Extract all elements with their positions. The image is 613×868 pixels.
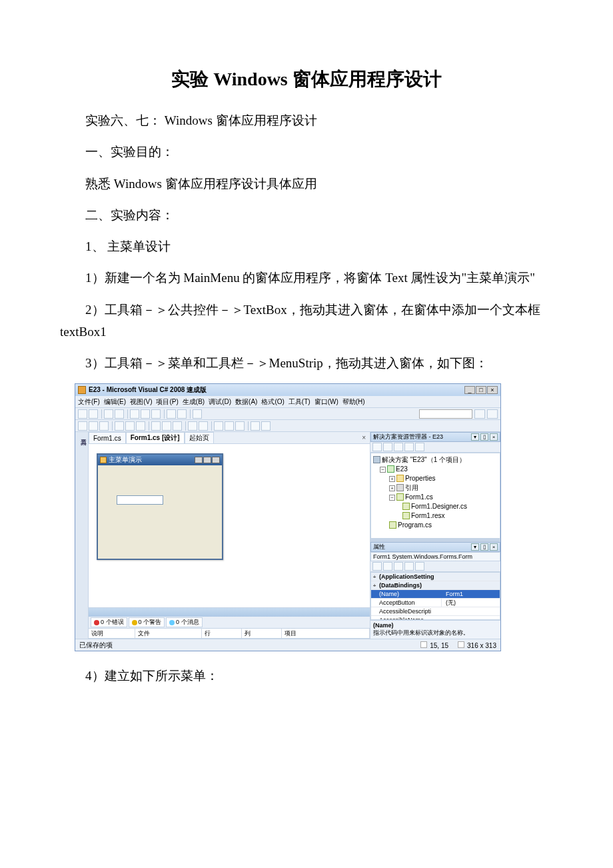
- tree-program-node[interactable]: Program.cs: [373, 521, 498, 530]
- form-client-area[interactable]: [98, 465, 222, 559]
- col-column[interactable]: 列: [242, 629, 282, 638]
- tree-form-resx-node[interactable]: Form1.resx: [373, 511, 498, 521]
- minimize-button[interactable]: _: [464, 386, 475, 394]
- layout-same-size-icon[interactable]: [173, 421, 182, 431]
- panel-close-icon[interactable]: ×: [490, 433, 498, 441]
- toolbar-run-icon[interactable]: [193, 409, 202, 419]
- messages-tab[interactable]: 0 个消息: [166, 617, 203, 627]
- prop-row-name[interactable]: (Name)Form1: [371, 590, 500, 599]
- solution-explorer-title: 解决方案资源管理器 - E23: [373, 433, 443, 441]
- props-alpha-icon[interactable]: [383, 562, 392, 571]
- layout-lock-icon[interactable]: [261, 421, 271, 431]
- maximize-button[interactable]: □: [476, 386, 486, 394]
- menu-build[interactable]: 生成(B): [183, 397, 205, 407]
- paragraph-8: 3）工具箱－＞菜单和工具栏－＞MenuStrip，拖动其进入窗体，如下图：: [60, 352, 553, 374]
- layout-bringfront-icon[interactable]: [225, 421, 234, 431]
- col-file[interactable]: 文件: [135, 629, 202, 638]
- tab-form-code[interactable]: Form1.cs: [89, 432, 126, 443]
- tab-close-icon[interactable]: ×: [358, 434, 370, 441]
- tree-solution-node[interactable]: 解决方案 "E23"（1 个项目）: [373, 455, 498, 465]
- sln-viewcode-icon[interactable]: [404, 443, 414, 451]
- toolbar-cut-icon[interactable]: [130, 409, 139, 419]
- tree-project-node[interactable]: −E23: [373, 465, 498, 474]
- collapse-icon[interactable]: −: [389, 495, 395, 501]
- expand-icon[interactable]: +: [389, 476, 395, 482]
- layout-align-center-icon[interactable]: [89, 421, 98, 431]
- warnings-tab[interactable]: 0 个警告: [129, 617, 165, 627]
- col-description[interactable]: 说明: [89, 629, 135, 638]
- col-project[interactable]: 项目: [282, 629, 370, 638]
- tab-form-design[interactable]: Form1.cs [设计]: [126, 432, 185, 443]
- statusbar-position: 15, 15: [420, 641, 448, 649]
- layout-same-width-icon[interactable]: [151, 421, 161, 431]
- menu-edit[interactable]: 编辑(E): [104, 397, 126, 407]
- layout-centerform-icon[interactable]: [214, 421, 223, 431]
- layout-taborder-icon[interactable]: [251, 421, 260, 431]
- menu-data[interactable]: 数据(A): [235, 397, 257, 407]
- expand-icon[interactable]: +: [389, 485, 395, 491]
- menu-tools[interactable]: 工具(T): [289, 397, 310, 407]
- panel-dropdown-icon[interactable]: ▾: [471, 543, 479, 551]
- textbox1-control[interactable]: [117, 495, 163, 505]
- sln-showall-icon[interactable]: [383, 443, 392, 451]
- properties-object-combo[interactable]: Form1 System.Windows.Forms.Form: [370, 552, 500, 561]
- panel-pin-icon[interactable]: ▯: [480, 433, 488, 441]
- sln-properties-icon[interactable]: [372, 443, 382, 451]
- menu-debug[interactable]: 调试(D): [209, 397, 231, 407]
- toolbar-more-icon[interactable]: [487, 409, 498, 419]
- col-line[interactable]: 行: [202, 629, 242, 638]
- props-props-icon[interactable]: [394, 562, 403, 571]
- layout-spc-v-icon[interactable]: [199, 421, 208, 431]
- layout-sendback-icon[interactable]: [235, 421, 245, 431]
- tree-form-designer-node[interactable]: Form1.Designer.cs: [373, 502, 498, 511]
- panel-close-icon[interactable]: ×: [490, 543, 498, 551]
- toolbar-redo-icon[interactable]: [177, 409, 187, 419]
- props-pages-icon[interactable]: [415, 562, 424, 571]
- layout-same-height-icon[interactable]: [162, 421, 171, 431]
- properties-grid[interactable]: +(ApplicationSetting +(DataBindings) (Na…: [370, 572, 500, 620]
- layout-align-middle-icon[interactable]: [125, 421, 135, 431]
- toolbar-paste-icon[interactable]: [151, 409, 161, 419]
- toolbar-copy-icon[interactable]: [141, 409, 150, 419]
- toolbar-open-icon[interactable]: [89, 409, 98, 419]
- errors-tab[interactable]: 0 个错误: [91, 617, 127, 627]
- props-events-icon[interactable]: [404, 562, 414, 571]
- menu-project[interactable]: 项目(P): [156, 397, 178, 407]
- tree-properties-node[interactable]: +Properties: [373, 474, 498, 483]
- menu-help[interactable]: 帮助(H): [342, 397, 365, 407]
- toolbar-undo-icon[interactable]: [167, 409, 176, 419]
- menu-window[interactable]: 窗口(W): [314, 397, 338, 407]
- layout-align-right-icon[interactable]: [99, 421, 109, 431]
- layout-spc-h-icon[interactable]: [188, 421, 197, 431]
- prop-row-acceptbutton[interactable]: AcceptButton(无): [371, 599, 500, 607]
- menu-format[interactable]: 格式(O): [261, 397, 284, 407]
- prop-row-accessibledesc[interactable]: AccessibleDescripti: [371, 607, 500, 616]
- toolbar-config-dropdown[interactable]: [419, 409, 472, 419]
- menu-view[interactable]: 视图(V): [130, 397, 152, 407]
- toolbar-save-icon[interactable]: [104, 409, 113, 419]
- tab-startpage[interactable]: 起始页: [185, 432, 214, 443]
- toolbar-saveall-icon[interactable]: [115, 409, 124, 419]
- props-categorized-icon[interactable]: [372, 562, 382, 571]
- toolbar-new-icon[interactable]: [78, 409, 87, 419]
- sln-refresh-icon[interactable]: [394, 443, 403, 451]
- collapse-icon[interactable]: −: [380, 467, 386, 473]
- menu-file[interactable]: 文件(F): [78, 397, 100, 407]
- prop-category-appsettings[interactable]: +(ApplicationSetting: [371, 573, 500, 581]
- sln-viewdesigner-icon[interactable]: [415, 443, 424, 451]
- panel-dropdown-icon[interactable]: ▾: [471, 433, 479, 441]
- solution-tree[interactable]: 解决方案 "E23"（1 个项目） −E23 +Properties +引用 −…: [370, 453, 500, 539]
- close-button[interactable]: ×: [487, 386, 498, 394]
- paragraph-3: 熟悉 Windows 窗体应用程序设计具体应用: [60, 173, 553, 195]
- design-surface[interactable]: 主菜单演示: [89, 444, 370, 607]
- designed-form[interactable]: 主菜单演示: [97, 453, 223, 560]
- tree-form-node[interactable]: −Form1.cs: [373, 493, 498, 502]
- toolbox-collapsed-tab[interactable]: 工具箱: [75, 432, 89, 639]
- prop-category-databindings[interactable]: +(DataBindings): [371, 581, 500, 590]
- layout-align-top-icon[interactable]: [115, 421, 124, 431]
- layout-align-bottom-icon[interactable]: [136, 421, 145, 431]
- tree-references-node[interactable]: +引用: [373, 483, 498, 493]
- toolbar-find-icon[interactable]: [474, 409, 485, 419]
- panel-pin-icon[interactable]: ▯: [480, 543, 488, 551]
- layout-align-left-icon[interactable]: [78, 421, 87, 431]
